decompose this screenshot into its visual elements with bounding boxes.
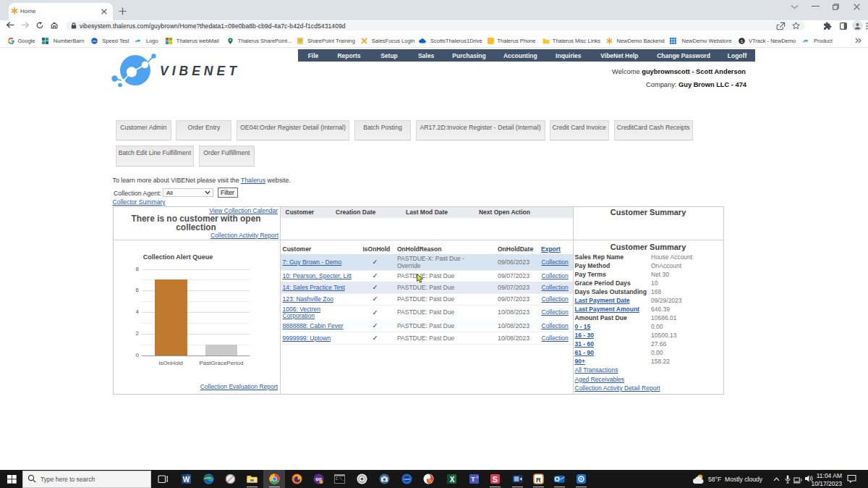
svg-text:S: S bbox=[492, 475, 497, 484]
svg-text:zoom: zoom bbox=[404, 478, 410, 481]
svg-text:R: R bbox=[536, 476, 541, 484]
svg-text:W: W bbox=[182, 476, 190, 484]
svg-text:X: X bbox=[449, 476, 454, 484]
svg-text:T: T bbox=[471, 476, 475, 483]
svg-text:S: S bbox=[741, 38, 744, 43]
svg-text:C:\_: C:\_ bbox=[336, 477, 345, 481]
